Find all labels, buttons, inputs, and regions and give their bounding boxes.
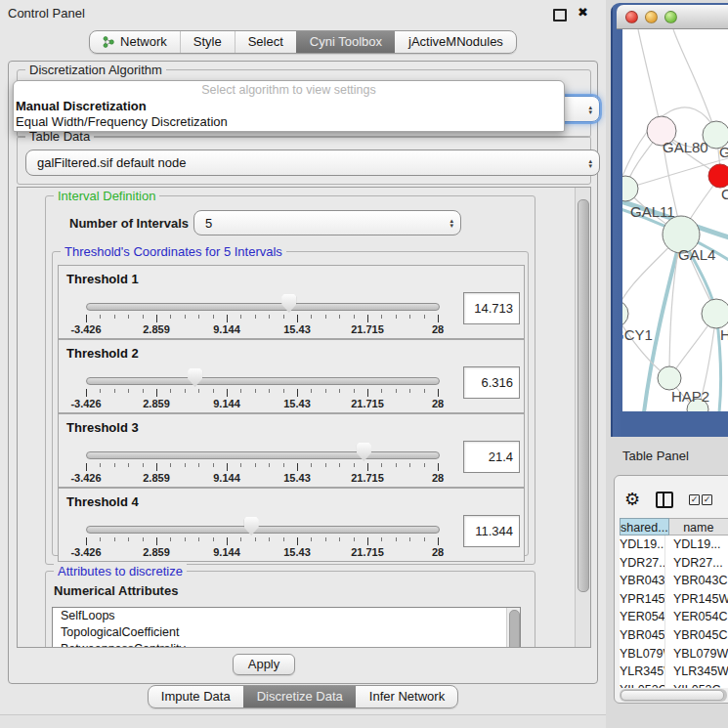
cell-name[interactable]: YDR27... (665, 554, 728, 573)
list-scrollbar[interactable] (506, 608, 520, 648)
cell-name[interactable]: YBR043C (665, 572, 728, 590)
list-item[interactable]: TopologicalCoefficient (53, 624, 520, 641)
node-label: GCY1 (622, 326, 653, 343)
cell-name[interactable]: YIL052C (665, 681, 728, 688)
threshold-value-box[interactable]: 6.316 (463, 366, 520, 399)
table-row[interactable]: YPR145WYPR145W (620, 590, 728, 609)
tick-label: 2.859 (133, 546, 180, 558)
num-intervals-value: 5 (205, 216, 212, 231)
num-intervals-dropdown[interactable]: 5 ▴▾ (193, 210, 461, 236)
network-node-selected[interactable] (708, 164, 728, 188)
network-window-titlebar[interactable] (617, 5, 728, 29)
major-tick (438, 463, 439, 471)
network-node[interactable] (702, 299, 728, 328)
tick-label: -3.426 (63, 472, 109, 484)
top-tab-bar: Network Style Select Cyni Toolbox jActiv… (0, 30, 606, 54)
group-title: Discretization Algorithm (25, 63, 166, 77)
network-node[interactable] (622, 300, 628, 327)
dropdown-option-manual[interactable]: Manual Discretization (16, 99, 562, 113)
cell-shared-name[interactable]: YLR345W (620, 663, 665, 681)
slider-track[interactable] (86, 303, 440, 311)
checkbox-icon[interactable]: ✓ (702, 494, 712, 505)
attributes-group: Attributes to discretize Numerical Attri… (45, 571, 535, 648)
list-item[interactable]: BetweennessCentrality (53, 641, 520, 648)
list-item[interactable]: SelfLoops (53, 608, 520, 624)
tab-infer-network[interactable]: Infer Network (356, 686, 457, 707)
minor-ticks (86, 315, 439, 319)
table-row[interactable]: YBL079WYBL079W (620, 645, 728, 664)
table-row[interactable]: YLR345WYLR345W (620, 663, 728, 681)
major-tick (86, 463, 87, 471)
table-row[interactable]: YER054CYER054C (620, 608, 728, 626)
cell-name[interactable]: YBR045C (665, 626, 728, 645)
cell-shared-name[interactable]: YBL079W (620, 645, 665, 664)
tab-select[interactable]: Select (235, 31, 296, 53)
zoom-traffic-light[interactable] (664, 11, 677, 23)
gear-icon[interactable]: ⚙ (624, 491, 640, 508)
cell-shared-name[interactable]: YBR043C (620, 572, 665, 590)
slider-ruler: -3.4262.8599.14415.4321.71528 (86, 537, 439, 559)
cell-shared-name[interactable]: YPR145W (620, 590, 665, 609)
cell-name[interactable]: YLR345W (665, 663, 728, 681)
tick-label: -3.426 (63, 546, 109, 558)
tab-label: Style (193, 31, 222, 53)
column-header-shared-name[interactable]: shared... (620, 518, 669, 535)
tab-style[interactable]: Style (180, 31, 235, 53)
slider-track[interactable] (86, 377, 440, 385)
close-icon[interactable]: ✖ (578, 5, 588, 20)
cell-shared-name[interactable]: YDL19... (620, 535, 665, 554)
scrollbar-thumb[interactable] (621, 690, 724, 701)
table-row[interactable]: YIL052CYIL052C (620, 681, 728, 688)
cell-shared-name[interactable]: YBR045C (620, 626, 665, 645)
threshold-block: Threshold 1 -3.4262.8599.14415.4321.7152… (58, 265, 525, 339)
tab-cyni-toolbox[interactable]: Cyni Toolbox (296, 31, 395, 53)
slider-track[interactable] (86, 526, 440, 534)
cell-name[interactable]: YBL079W (665, 645, 728, 664)
major-tick (156, 463, 157, 471)
node-attribute-table: shared... name YDL19...YDL19...YDR27...Y… (620, 518, 728, 688)
column-split-icon[interactable] (656, 492, 673, 508)
cell-name[interactable]: YDL19... (665, 535, 728, 554)
threshold-value-box[interactable]: 21.4 (463, 441, 520, 473)
horizontal-scrollbar[interactable] (620, 689, 727, 702)
cell-name[interactable]: YPR145W (665, 590, 728, 609)
attributes-list[interactable]: SelfLoops TopologicalCoefficient Between… (52, 607, 521, 648)
bottom-tab-bar: Impute Data Discretize Data Infer Networ… (0, 685, 606, 708)
settings-scrollbar[interactable] (575, 188, 590, 647)
table-row[interactable]: YDR27...YDR27... (620, 554, 728, 573)
close-traffic-light[interactable] (625, 11, 638, 23)
tab-discretize-data[interactable]: Discretize Data (243, 686, 356, 707)
table-row[interactable]: YBR045CYBR045C (620, 626, 728, 645)
spinner-icon: ▴▾ (588, 105, 592, 114)
threshold-value-box[interactable]: 11.344 (463, 515, 520, 547)
tab-network[interactable]: Network (90, 31, 180, 53)
minor-ticks (86, 463, 439, 467)
tab-label: Network (120, 31, 167, 53)
float-window-icon[interactable] (553, 9, 567, 21)
threshold-label: Threshold 3 (66, 420, 139, 435)
checkbox-icon[interactable]: ✓ (689, 494, 700, 505)
group-title: Attributes to discretize (54, 564, 187, 578)
network-node[interactable] (658, 366, 681, 390)
tab-impute-data[interactable]: Impute Data (149, 686, 243, 707)
cell-name[interactable]: YER054C (665, 608, 728, 626)
scrollbar-thumb[interactable] (578, 199, 589, 592)
table-row[interactable]: YDL19...YDL19... (620, 535, 728, 554)
threshold-label: Threshold 4 (66, 494, 139, 509)
cell-shared-name[interactable]: YIL052C (620, 681, 665, 688)
tab-jactivemnodules[interactable]: jActiveMNodules (395, 31, 516, 53)
dropdown-option-equal-width[interactable]: Equal Width/Frequency Discretization (16, 114, 562, 129)
major-tick (156, 537, 157, 545)
numerical-attributes-label: Numerical Attributes (54, 583, 178, 598)
network-canvas[interactable]: GAL80 GA C GAL11 GAL4 GCY1 H HAP2 (622, 29, 728, 411)
table-row[interactable]: YBR043CYBR043C (620, 572, 728, 590)
minimize-traffic-light[interactable] (645, 11, 658, 23)
apply-button[interactable]: Apply (233, 654, 295, 675)
cell-shared-name[interactable]: YER054C (620, 608, 665, 626)
cell-shared-name[interactable]: YDR27... (620, 554, 665, 573)
threshold-value-box[interactable]: 14.713 (463, 292, 520, 324)
column-header-name[interactable]: name (669, 518, 728, 535)
table-data-dropdown[interactable]: galFiltered.sif default node ▴▾ (25, 150, 600, 176)
network-node[interactable] (622, 176, 638, 201)
slider-track[interactable] (86, 451, 440, 459)
